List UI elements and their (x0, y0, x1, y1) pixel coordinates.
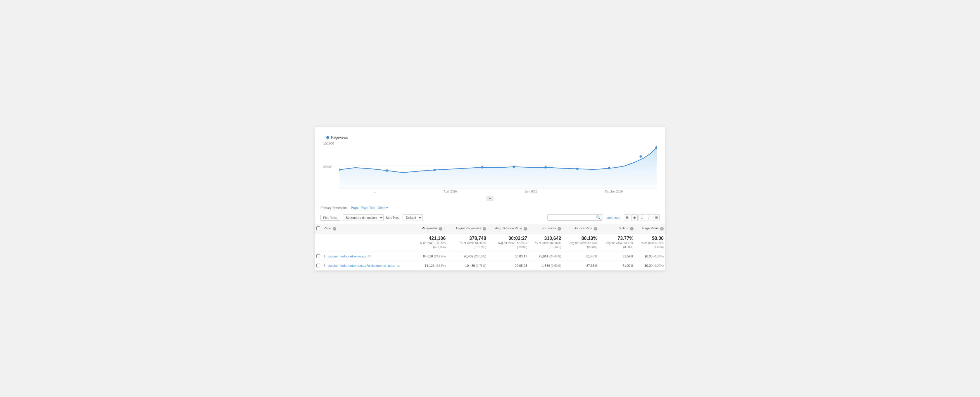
header-entrances[interactable]: Entrances ? (529, 224, 563, 233)
row1-pageviews: 84,010 (423, 255, 433, 258)
totals-bounce-sub1: Avg for View: 80.13% (565, 241, 597, 245)
header-pageviews[interactable]: Pageviews ? ↓ (414, 224, 447, 233)
header-value-help[interactable]: ? (660, 227, 663, 231)
dim-page-title-link[interactable]: Page Title (361, 206, 375, 209)
table-header-row: Page ? Pageviews ? ↓ Unique Pageviews ? … (315, 224, 665, 233)
header-bounce-help[interactable]: ? (594, 227, 597, 231)
pageviews-legend-dot (326, 136, 329, 139)
dim-other-label: Other (377, 206, 386, 209)
row1-exit-cell: 81.59% (599, 252, 635, 261)
primary-dimension-label: Primary Dimension: (320, 206, 348, 209)
totals-pageviews-main: 421,106 (415, 236, 445, 241)
row1-exit: 81.59% (622, 255, 633, 258)
secondary-dimension-select[interactable]: Secondary dimension (343, 214, 383, 221)
sort-arrow: ↓ (444, 226, 446, 230)
totals-value-main: $0.00 (637, 236, 663, 241)
dim-other-dropdown[interactable]: Other ▾ (377, 206, 388, 210)
compare-view-button[interactable]: ⇌ (646, 214, 652, 221)
row1-avg-time: 00:03:17 (515, 255, 527, 258)
totals-unique-sub1: % of Total: 100.00% (449, 241, 486, 245)
row1-checkbox[interactable] (317, 254, 320, 258)
x-label-3: October 2016 (605, 190, 623, 193)
row2-avg-time-cell: 00:05:23 (488, 261, 529, 270)
bar-view-button[interactable]: ≡ (638, 214, 645, 221)
row2-pageviews-pct: (2.64%) (435, 264, 445, 268)
x-label-2: July 2016 (525, 190, 537, 193)
chart-toggle-button[interactable]: ▼ (487, 196, 493, 201)
row2-exit-cell: 71.02% (599, 261, 635, 270)
header-avg-time-help[interactable]: ? (523, 227, 527, 231)
header-pageviews-help[interactable]: ? (439, 227, 442, 231)
row2-page-link[interactable]: /social-media-detox-recap/?welcomemat=no… (328, 264, 395, 268)
svg-point-11 (640, 155, 642, 158)
search-icon: 🔍 (596, 215, 601, 220)
header-unique-pageviews[interactable]: Unique Pageviews ? (447, 224, 488, 233)
header-exit-help[interactable]: ? (630, 227, 633, 231)
totals-unique-sub2: (378,748) (449, 245, 486, 249)
row2-pageviews: 11,121 (425, 264, 435, 268)
search-input[interactable] (549, 216, 596, 219)
advanced-link[interactable]: advanced (606, 216, 620, 219)
pie-view-button[interactable]: ◑ (631, 214, 638, 221)
totals-value-cell: $0.00 % of Total: 0.00% ($0.00) (635, 233, 665, 252)
chart-svg (339, 142, 657, 189)
row1-value-pct: (0.00%) (654, 255, 663, 258)
row2-unique-cell: 10,439 (2.76%) (447, 261, 488, 270)
totals-entrances-sub1: % of Total: 100.00% (531, 241, 561, 245)
toolbar-row: Plot Rows Secondary dimension Sort Type:… (315, 213, 665, 224)
totals-bounce-main: 80.13% (565, 236, 597, 241)
totals-pageviews-sub2: (421,106) (415, 245, 445, 249)
grid-view-button[interactable]: ⊞ (624, 214, 630, 221)
sort-type-select[interactable]: Default (402, 214, 423, 221)
totals-entrances-sub2: (310,642) (531, 245, 561, 249)
select-all-checkbox[interactable] (317, 226, 320, 230)
row1-checkbox-cell (315, 252, 322, 261)
plot-rows-button[interactable]: Plot Rows (320, 215, 340, 221)
row2-checkbox[interactable] (317, 264, 320, 268)
totals-pageviews-cell: 421,106 % of Total: 100.00% (421,106) (414, 233, 447, 252)
totals-entrances-cell: 310,642 % of Total: 100.00% (310,642) (529, 233, 563, 252)
totals-row: 421,106 % of Total: 100.00% (421,106) 37… (315, 233, 665, 252)
row2-entrances: 1,836 (542, 264, 550, 268)
header-unique-help[interactable]: ? (483, 227, 486, 231)
totals-avg-sub1: Avg for View: 00:02:27 (490, 241, 527, 245)
dim-page-link[interactable]: Page (351, 206, 358, 209)
view-icons: ⊞ ◑ ≡ ⇌ ⊟ (624, 214, 660, 221)
row1-value: $0.00 (644, 255, 652, 258)
svg-point-8 (544, 166, 547, 169)
svg-point-7 (512, 166, 515, 168)
totals-value-sub1: % of Total: 0.00% (637, 241, 663, 245)
row2-entrances-pct: (0.59%) (551, 264, 561, 268)
totals-avg-main: 00:02:27 (490, 236, 527, 241)
search-box: 🔍 (547, 214, 603, 221)
row1-pageviews-cell: 84,010 (19.95%) (414, 252, 447, 261)
header-page-value[interactable]: Page Value ? (635, 224, 665, 233)
totals-exit-sub2: (0.00%) (601, 245, 633, 249)
chart-container: 100,000 50,000 (323, 142, 657, 195)
row1-entrances: 75,961 (539, 255, 549, 258)
header-page: Page ? (322, 224, 414, 233)
row2-bounce-cell: 87.36% (563, 261, 599, 270)
row1-num: 1. (324, 255, 328, 258)
row1-avg-time-cell: 00:03:17 (488, 252, 529, 261)
data-table: Page ? Pageviews ? ↓ Unique Pageviews ? … (315, 224, 665, 271)
chart-x-labels: ... April 2016 July 2016 October 2016 (339, 189, 657, 195)
header-page-help[interactable]: ? (333, 227, 336, 231)
row2-page-cell: 6. /social-media-detox-recap/?welcomemat… (322, 261, 414, 270)
row1-pageviews-pct: (19.95%) (434, 255, 446, 258)
header-pct-exit[interactable]: % Exit ? (599, 224, 635, 233)
pivot-view-button[interactable]: ⊟ (653, 214, 660, 221)
header-avg-time[interactable]: Avg. Time on Page ? (488, 224, 529, 233)
totals-entrances-main: 310,642 (531, 236, 561, 241)
header-bounce-rate[interactable]: Bounce Rate ? (563, 224, 599, 233)
row1-copy-icon[interactable]: ⧉ (368, 255, 371, 258)
row2-value-pct: (0.00%) (654, 264, 663, 268)
row1-entrances-pct: (24.45%) (549, 255, 562, 258)
row2-bounce: 87.36% (587, 264, 597, 268)
row2-copy-icon[interactable]: ⧉ (397, 264, 400, 268)
row1-page-link[interactable]: /social-media-detox-recap/ (328, 255, 366, 258)
svg-point-4 (386, 169, 388, 172)
header-entrances-help[interactable]: ? (558, 227, 561, 231)
row1-unique-pct: (20.18%) (474, 255, 486, 258)
analytics-card: Pageviews 100,000 50,000 (315, 127, 665, 271)
